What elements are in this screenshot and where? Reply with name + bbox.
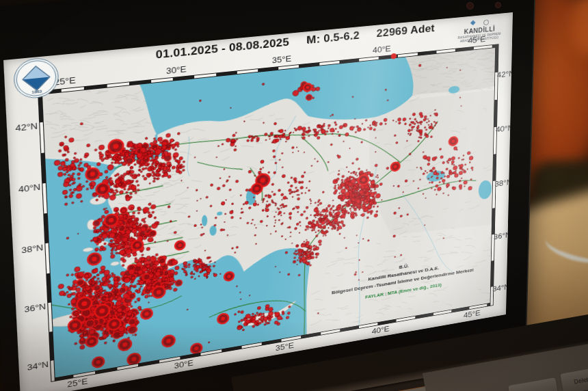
bogazici-diamond-icon [22, 66, 50, 90]
lat-label-left: 34°N [18, 360, 49, 374]
keyboard-key [508, 377, 559, 391]
circle-icon [483, 19, 489, 25]
title-event-count: 22969 Adet [377, 22, 435, 40]
webcam-led-icon [495, 2, 501, 8]
lat-label-left: 40°N [10, 182, 40, 196]
lat-label-left: 36°N [16, 301, 46, 316]
photo-background: 01.01.2025 - 08.08.2025M: 0.5-6.222969 A… [0, 0, 588, 391]
webcam-icon [466, 2, 474, 10]
lat-label-left: 42°N [7, 121, 38, 135]
lat-label-right: 42°N [497, 68, 513, 79]
laptop-screen: 01.01.2025 - 08.08.2025M: 0.5-6.222969 A… [3, 12, 513, 391]
earthquake-map [42, 48, 495, 377]
diamond-icon [470, 21, 475, 26]
lat-label-left: 38°N [13, 242, 44, 256]
title-magnitude-range: M: 0.5-6.2 [307, 29, 360, 46]
kandilli-logo: KANDİLLİ RASATHANESİ VE DEPREM ARAŞTIRMA… [455, 18, 504, 43]
delete-key-label: Delete [574, 375, 588, 385]
delete-key: Delete [560, 366, 588, 391]
